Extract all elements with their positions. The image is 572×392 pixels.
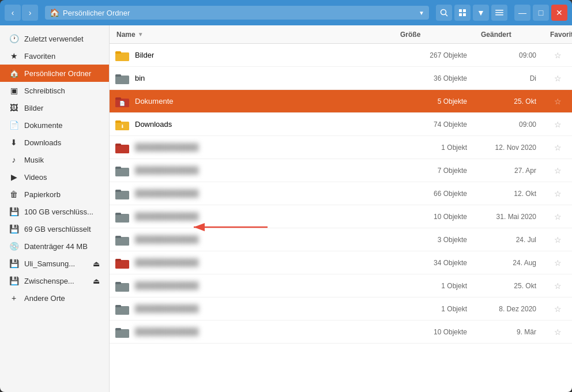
table-row[interactable]: ⬇ Downloads74 Objekte09:00☆ — [110, 113, 572, 136]
table-row[interactable]: ████████████1 Objekt8. Dez 2020☆ — [110, 297, 572, 321]
table-row[interactable]: 📄 Dokumente5 Objekte25. Okt☆ — [110, 90, 572, 113]
sidebar-item-desktop[interactable]: ▣Schreibtisch — [0, 82, 109, 99]
file-modified-cell: Di — [474, 74, 543, 82]
location-dropdown-arrow[interactable]: ▼ — [419, 10, 424, 16]
file-favorite-star[interactable]: ☆ — [543, 166, 572, 175]
folder-icon — [114, 209, 130, 225]
titlebar-actions: ▼ — [436, 5, 507, 21]
file-favorite-star[interactable]: ☆ — [543, 281, 572, 291]
table-row[interactable]: ████████████1 Objekt12. Nov 2020☆ — [110, 136, 572, 159]
folder-icon — [114, 140, 130, 156]
nav-buttons: ‹ › — [5, 5, 38, 21]
sidebar-label-desktop: Schreibtisch — [24, 86, 100, 95]
table-row[interactable]: ████████████10 Objekte31. Mai 2020☆ — [110, 205, 572, 228]
sidebar-item-favorites[interactable]: ★Favoriten — [0, 47, 109, 65]
file-size-cell: 10 Objekte — [393, 213, 474, 221]
col-header-size[interactable]: Größe — [393, 25, 474, 43]
sidebar-item-samsung[interactable]: 💾Uli_Samsung...⏏ — [0, 255, 109, 272]
folder-icon: ⬇ — [114, 116, 130, 133]
sidebar-item-trash[interactable]: 🗑Papierkorb — [0, 186, 109, 203]
file-favorite-star[interactable]: ☆ — [543, 212, 572, 221]
view-dropdown-button[interactable]: ▼ — [473, 5, 489, 21]
col-header-name[interactable]: Name ▼ — [110, 25, 393, 43]
file-favorite-star[interactable]: ☆ — [543, 327, 572, 337]
file-favorite-star[interactable]: ☆ — [543, 258, 572, 267]
forward-button[interactable]: › — [22, 5, 38, 21]
file-modified-cell: 8. Dez 2020 — [474, 305, 543, 313]
file-favorite-star[interactable]: ☆ — [543, 74, 572, 83]
sidebar-item-downloads[interactable]: ⬇Downloads — [0, 134, 109, 151]
table-row[interactable]: Bilder267 Objekte09:00☆ — [110, 44, 572, 67]
sidebar-item-home[interactable]: 🏠Persönlicher Ordner — [0, 65, 109, 82]
location-bar[interactable]: 🏠 Persönlicher Ordner ▼ — [45, 6, 429, 20]
folder-icon-svg — [115, 257, 129, 269]
file-modified-cell: 9. Mär — [474, 328, 543, 336]
table-row[interactable]: ████████████34 Objekte24. Aug☆ — [110, 251, 572, 274]
svg-rect-11 — [115, 76, 129, 84]
folder-icon-svg — [115, 280, 129, 292]
table-row[interactable]: ████████████10 Objekte9. Mär☆ — [110, 321, 572, 344]
file-favorite-star[interactable]: ☆ — [543, 97, 572, 106]
sidebar-item-videos[interactable]: ▶Videos — [0, 168, 109, 186]
folder-icon-svg — [115, 211, 129, 223]
file-modified-cell: 31. Mai 2020 — [474, 213, 543, 221]
file-name-label: ████████████ — [135, 258, 199, 267]
back-button[interactable]: ‹ — [5, 5, 21, 21]
file-modified-cell: 09:00 — [474, 120, 543, 129]
sidebar-icon-videos: ▶ — [9, 172, 18, 182]
file-favorite-star[interactable]: ☆ — [543, 143, 572, 152]
svg-rect-17 — [115, 120, 121, 123]
file-modified-cell: 25. Okt — [474, 282, 543, 290]
sidebar-item-documents[interactable]: 📄Dokumente — [0, 116, 109, 134]
table-row[interactable]: ████████████1 Objekt25. Okt☆ — [110, 274, 572, 297]
search-button[interactable] — [436, 5, 452, 21]
sidebar-item-encrypted1[interactable]: 💾100 GB verschlüss... — [0, 203, 109, 220]
file-favorite-star[interactable]: ☆ — [543, 189, 572, 198]
table-row[interactable]: ████████████3 Objekte24. Jul☆ — [110, 228, 572, 251]
file-name-label: ████████████ — [135, 212, 199, 221]
col-header-modified[interactable]: Geändert — [474, 25, 543, 43]
file-favorite-star[interactable]: ☆ — [543, 51, 572, 60]
folder-icon — [114, 278, 130, 294]
eject-button-samsung[interactable]: ⏏ — [93, 259, 100, 268]
sidebar-item-music[interactable]: ♪Musik — [0, 151, 109, 168]
maximize-button[interactable]: □ — [533, 5, 549, 21]
folder-icon-svg — [115, 234, 129, 246]
sidebar-item-recent[interactable]: 🕐Zuletzt verwendet — [0, 30, 109, 47]
close-button[interactable]: ✕ — [551, 5, 567, 21]
window: ‹ › 🏠 Persönlicher Ordner ▼ — [0, 0, 572, 392]
menu-button[interactable] — [491, 5, 507, 21]
file-name-cell: ████████████ — [110, 140, 393, 156]
table-row[interactable]: ████████████66 Objekte12. Okt☆ — [110, 182, 572, 205]
folder-icon — [114, 70, 130, 86]
table-row[interactable]: bin36 ObjekteDi☆ — [110, 67, 572, 90]
svg-rect-22 — [115, 167, 121, 169]
file-favorite-star[interactable]: ☆ — [543, 235, 572, 244]
minimize-button[interactable]: — — [514, 5, 530, 21]
sidebar-label-pictures: Bilder — [24, 104, 100, 112]
sidebar-icon-music: ♪ — [9, 155, 18, 164]
sidebar-item-drive44[interactable]: 💿Datenträger 44 MB — [0, 238, 109, 255]
file-favorite-star[interactable]: ☆ — [543, 304, 572, 314]
table-row[interactable]: ████████████7 Objekte27. Apr☆ — [110, 159, 572, 182]
svg-rect-2 — [459, 9, 462, 12]
home-icon: 🏠 — [50, 8, 59, 17]
file-favorite-star[interactable]: ☆ — [543, 120, 572, 129]
sidebar-item-encrypted2[interactable]: 💾69 GB verschlüsselt — [0, 220, 109, 238]
svg-rect-8 — [495, 14, 503, 16]
eject-button-zwischenspe[interactable]: ⏏ — [93, 277, 100, 285]
col-header-fav[interactable]: Favorit — [543, 25, 572, 43]
sidebar-item-pictures[interactable]: 🖼Bilder — [0, 99, 109, 116]
svg-rect-25 — [115, 214, 129, 223]
svg-rect-5 — [463, 13, 466, 16]
svg-rect-6 — [495, 10, 503, 11]
sidebar-item-zwischenspe[interactable]: 💾Zwischenspe...⏏ — [0, 272, 109, 289]
file-size-cell: 1 Objekt — [393, 144, 474, 152]
file-name-cell: ████████████ — [110, 278, 393, 294]
sidebar-item-other[interactable]: +Andere Orte — [0, 289, 109, 307]
view-toggle-button[interactable] — [454, 5, 471, 21]
folder-icon-svg — [115, 165, 129, 176]
file-modified-cell: 27. Apr — [474, 167, 543, 175]
sidebar-icon-favorites: ★ — [9, 51, 18, 61]
file-name-label: ████████████ — [135, 281, 199, 290]
